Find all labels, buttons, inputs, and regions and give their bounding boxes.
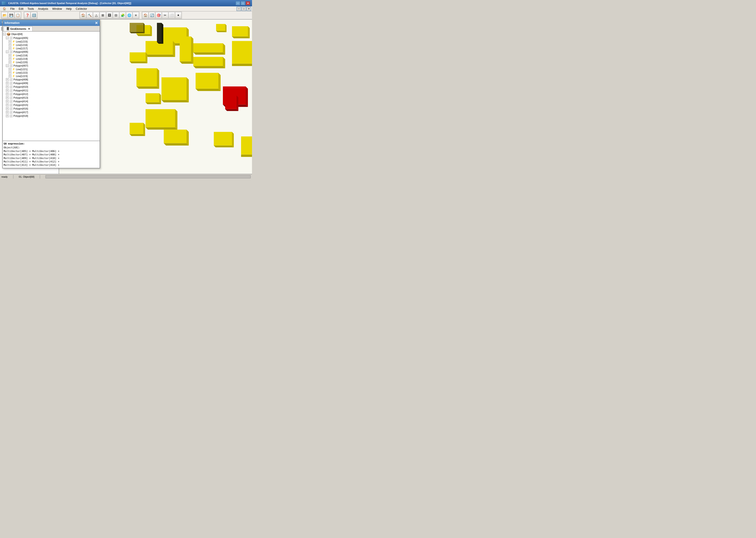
geo-tree[interactable]: ─ 📦 Object[68] ─ ⬜ Polygon[405] + ⚡ Line…	[3, 31, 99, 141]
geo-line1222[interactable]: + ⚡ Line[1222]	[3, 71, 99, 74]
star-button[interactable]: ✦	[175, 12, 181, 19]
line1223-expand[interactable]: +	[9, 75, 11, 78]
line1217-expand[interactable]: +	[9, 47, 11, 50]
home-view-button[interactable]: 🏠	[80, 12, 86, 19]
menu-file[interactable]: 🏠	[1, 7, 8, 11]
line1218-expand[interactable]: +	[9, 54, 11, 57]
svg-marker-5	[137, 34, 152, 36]
save-button[interactable]: 💾	[8, 12, 14, 19]
save-all-button[interactable]: 📋	[15, 12, 21, 19]
max-child-button[interactable]: □	[241, 7, 246, 11]
rect-select-button[interactable]: ⬜	[168, 12, 175, 19]
image-button[interactable]: 🖼	[106, 12, 113, 19]
menu-edit[interactable]: Edit	[17, 7, 25, 11]
geo-polygon413[interactable]: + ⬜ Polygon[413]	[3, 96, 99, 99]
svg-marker-39	[159, 93, 161, 104]
svg-marker-45	[246, 86, 248, 107]
geo-line1220-label: Line[1220]	[16, 61, 28, 64]
menu-cavector[interactable]: CaVector	[74, 7, 89, 11]
poly405-expand[interactable]: ─	[6, 36, 9, 39]
tab-geoelements-close[interactable]: ✕	[28, 27, 30, 30]
help-button[interactable]: ❓	[24, 12, 31, 19]
lines-button[interactable]: ≡	[133, 12, 139, 19]
building-8	[193, 57, 225, 68]
menu-tools[interactable]: Tools	[26, 7, 36, 11]
geo-polygon415[interactable]: + ⬜ Polygon[415]	[3, 103, 99, 107]
menu-window[interactable]: Window	[50, 7, 64, 11]
triangle-button[interactable]: △	[93, 12, 99, 19]
geo-line1218[interactable]: + ⚡ Line[1218]	[3, 54, 99, 57]
menu-help[interactable]: Help	[64, 7, 74, 11]
menu-analysis[interactable]: Analysis	[36, 7, 50, 11]
minimize-button[interactable]: ─	[236, 1, 240, 5]
svg-marker-42	[218, 73, 220, 91]
geo-polygon410-label: Polygon[410]	[13, 85, 28, 88]
close-button[interactable]: ✕	[246, 1, 250, 5]
line1221-expand[interactable]: +	[9, 68, 11, 71]
tool1-button[interactable]: 🔨	[87, 12, 93, 19]
svg-marker-25	[232, 41, 252, 64]
geo-line1217[interactable]: + ⚡ Line[1217]	[3, 47, 99, 50]
line1216-expand[interactable]: +	[9, 44, 11, 46]
svg-marker-36	[186, 78, 189, 102]
geo-line1219[interactable]: + ⚡ Line[1219]	[3, 57, 99, 60]
line1220-expand[interactable]: +	[9, 61, 11, 64]
geo-line1221[interactable]: + ⚡ Line[1221]	[3, 68, 99, 71]
poly413-expand[interactable]: +	[6, 96, 9, 99]
house2-button[interactable]: 🏠	[142, 12, 149, 19]
crosshair-button[interactable]: ✂	[162, 12, 168, 19]
puzzle-button[interactable]: 🧩	[119, 12, 126, 19]
poly410-expand[interactable]: +	[6, 85, 9, 88]
min-child-button[interactable]: ─	[236, 7, 241, 11]
hierarchy-button[interactable]: ⊟	[113, 12, 119, 19]
geo-polygon409[interactable]: + ⬜ Polygon[409]	[3, 81, 99, 85]
geo-polygon406[interactable]: ─ ⬜ Polygon[406]	[3, 50, 99, 54]
geo-line1220[interactable]: + ⚡ Line[1220]	[3, 60, 99, 64]
geo-polygon414[interactable]: + ⬜ Polygon[414]	[3, 99, 99, 103]
poly406-expand[interactable]: ─	[6, 50, 9, 53]
poly411-expand[interactable]: +	[6, 89, 9, 92]
svg-marker-59	[241, 155, 252, 157]
menu-file-text[interactable]: File	[8, 7, 16, 11]
geo-polygon417[interactable]: + ⬜ Polygon[417]	[3, 110, 99, 114]
geo-polygon408[interactable]: + ⬜ Polygon[408]	[3, 78, 99, 81]
geo-polygon411[interactable]: + ⬜ Polygon[411]	[3, 88, 99, 92]
building-7	[193, 43, 225, 55]
tab-geoelements[interactable]: 🗄 GeoElements ✕	[4, 27, 32, 31]
svg-marker-55	[214, 132, 232, 146]
geo-polygon416[interactable]: + ⬜ Polygon[416]	[3, 107, 99, 110]
info-close-button[interactable]: ✕	[95, 21, 98, 25]
geo-polygon405[interactable]: ─ ⬜ Polygon[405]	[3, 36, 99, 40]
refresh-button[interactable]: 🔄	[149, 12, 155, 19]
geo-button[interactable]: 🌐	[126, 12, 132, 19]
open-button[interactable]: 📂	[1, 12, 8, 19]
poly407-expand[interactable]: ─	[6, 64, 9, 67]
line1222-expand[interactable]: +	[9, 71, 11, 74]
geo-line1215[interactable]: + ⚡ Line[1215]	[3, 40, 99, 43]
poly415-expand[interactable]: +	[6, 104, 9, 106]
poly409-expand[interactable]: +	[6, 82, 9, 84]
geo-polygon412[interactable]: + ⬜ Polygon[412]	[3, 92, 99, 96]
line1219-expand[interactable]: +	[9, 58, 11, 60]
geo-line1216[interactable]: + ⚡ Line[1216]	[3, 43, 99, 47]
root-expand[interactable]: ─	[3, 33, 6, 35]
geo-line1223[interactable]: + ⚡ Line[1223]	[3, 74, 99, 78]
info-button[interactable]: ℹ️	[31, 12, 37, 19]
line1215-expand[interactable]: +	[9, 40, 11, 43]
target-button[interactable]: 🎯	[155, 12, 162, 19]
maximize-button[interactable]: □	[241, 1, 245, 5]
svg-marker-65	[143, 23, 145, 33]
poly418-expand[interactable]: +	[6, 115, 9, 117]
select-button[interactable]: ⊞	[99, 12, 106, 19]
geo-polygon407[interactable]: ─ ⬜ Polygon[407]	[3, 64, 99, 68]
geo-root[interactable]: ─ 📦 Object[68]	[3, 32, 99, 36]
poly414-expand[interactable]: +	[6, 100, 9, 103]
geo-polygon410[interactable]: + ⬜ Polygon[410]	[3, 85, 99, 88]
poly417-expand[interactable]: +	[6, 111, 9, 114]
geo-polygon418[interactable]: + ⬜ Polygon[418]	[3, 114, 99, 118]
poly416-expand[interactable]: +	[6, 107, 9, 110]
poly408-expand[interactable]: +	[6, 78, 9, 81]
poly412-expand[interactable]: +	[6, 93, 9, 95]
close-child-button[interactable]: ✕	[247, 7, 251, 11]
geo-polygon417-label: Polygon[417]	[13, 111, 28, 114]
